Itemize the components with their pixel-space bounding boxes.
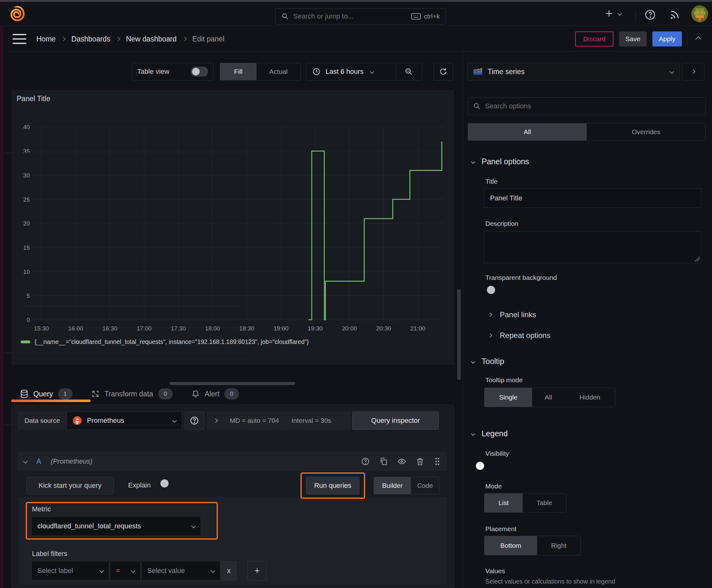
chevron-down-icon [618,11,622,16]
tab-query[interactable]: Query 1 [20,388,72,400]
run-queries-button[interactable]: Run queries [306,477,360,495]
tab-all[interactable]: All [468,123,587,141]
chevron-down-icon [471,159,475,164]
table-view-toggle[interactable] [191,67,208,77]
chevron-right-icon [488,313,492,317]
panel-description-input[interactable] [484,231,701,263]
table-view-label: Table view [137,67,170,76]
tab-transform-data[interactable]: Transform data 0 [91,388,173,400]
collapse-panel-chevron-up-icon[interactable] [693,35,704,43]
chevron-down-icon [172,418,177,423]
add-filter-button[interactable]: + [247,561,267,581]
avatar[interactable] [691,5,708,22]
refresh-icon [439,67,447,76]
search-input[interactable] [293,12,407,20]
query-options-strip[interactable]: MD = auto = 704 Interval = 30s [207,412,351,430]
builder-option[interactable]: Builder [374,477,411,494]
visualization-name: Time series [488,67,665,76]
tab-query-badge: 1 [58,388,72,400]
delete-query-trash-icon[interactable] [416,457,425,466]
hide-query-eye-icon[interactable] [397,457,406,466]
legend-header[interactable]: Legend [472,429,508,438]
time-range-label: Last 6 hours [326,67,364,76]
news-rss-icon[interactable] [669,9,681,21]
repeat-options-section[interactable]: Repeat options [489,331,550,340]
fill-actual-switch: Fill Actual [220,63,301,80]
legend-mode-table[interactable]: Table [523,493,566,512]
tooltip-header[interactable]: Tooltip [472,357,504,366]
subnav-divider [687,33,687,45]
visualization-picker[interactable]: Time series [467,63,679,80]
select-label-dropdown[interactable]: Select label [31,561,109,581]
query-row-header[interactable]: A (Prometheus) [18,452,447,471]
select-label-placeholder: Select label [37,567,95,575]
active-tab-underline [11,400,90,402]
zoom-out-button[interactable] [396,63,422,80]
global-search[interactable]: ctrl+k [275,8,446,24]
datasource-picker[interactable]: Prometheus [67,412,182,430]
drag-handle-icon[interactable] [434,457,441,466]
tab-transform-label: Transform data [105,390,153,398]
query-inspector-button[interactable]: Query inspector [352,412,439,430]
remove-filter-button[interactable]: x [221,561,237,581]
code-option[interactable]: Code [411,477,439,494]
grafana-logo-icon[interactable] [8,5,26,22]
new-menu[interactable] [604,9,621,18]
legend-mode-list[interactable]: List [484,493,523,512]
breadcrumb-item[interactable]: New dashboard [126,35,176,43]
select-value-dropdown[interactable]: Select value [141,561,220,581]
panel-links-section[interactable]: Panel links [489,310,536,319]
refresh-button[interactable] [434,63,453,80]
svg-text:30: 30 [23,172,30,179]
query-help-icon[interactable] [361,457,370,466]
breadcrumb-item[interactable]: Home [37,35,56,43]
breadcrumb-item[interactable]: Edit panel [192,35,224,43]
apply-button[interactable]: Apply [652,31,682,46]
tooltip-mode-all[interactable]: All [532,388,565,407]
breadcrumb-separator-icon [61,37,66,41]
duplicate-query-icon[interactable] [379,457,388,466]
legend-placement-bottom[interactable]: Bottom [484,536,537,555]
page-left-edge [0,26,3,588]
tab-overrides[interactable]: Overrides [587,123,706,141]
legend-series-marker[interactable] [21,340,30,343]
time-picker: Last 6 hours [306,63,422,80]
menu-toggle-icon[interactable] [13,34,26,44]
content-scrollbar[interactable] [457,289,461,380]
plus-icon [604,9,614,18]
options-search[interactable] [468,97,706,115]
tooltip-mode-single[interactable]: Single [484,388,532,407]
time-range-button[interactable]: Last 6 hours [306,63,395,80]
svg-text:40: 40 [23,124,30,130]
fill-option[interactable]: Fill [220,63,257,80]
legend-placement-right[interactable]: Right [537,536,580,555]
options-tab-group: All Overrides [468,123,706,141]
breadcrumb-separator-icon [182,37,187,41]
svg-text:5: 5 [26,292,30,299]
interval: Interval = 30s [291,417,331,424]
panel-resize-handle[interactable] [170,382,295,385]
options-search-input[interactable] [485,102,700,110]
tooltip-mode-hidden[interactable]: Hidden [565,388,615,407]
chevron-down-icon [471,431,475,436]
kick-start-query-button[interactable]: Kick start your query [26,477,114,495]
help-icon[interactable] [644,9,656,21]
tab-alert[interactable]: Alert 0 [192,388,239,400]
discard-button[interactable]: Discard [575,31,613,46]
operator-dropdown[interactable]: = [110,561,141,581]
legend-visibility-label: Visibility [486,450,509,457]
save-button[interactable]: Save [619,31,647,46]
metric-select[interactable]: cloudflared_tunnel_total_requests [31,517,201,536]
toggle-viz-picker-button[interactable] [682,63,705,80]
repeat-options-label: Repeat options [500,331,550,340]
legend-values-help: Select values or calculations to show in… [486,578,615,585]
top-nav-bar: ctrl+k [0,2,712,26]
datasource-help-button[interactable] [185,412,204,430]
time-series-chart[interactable]: 051015202530354015:3016:0016:3017:0017:3… [12,91,453,364]
legend-series-label[interactable]: {__name__="cloudflared_tunnel_total_requ… [35,338,309,345]
legend-values-label: Values [486,567,505,575]
actual-option[interactable]: Actual [257,63,300,80]
panel-options-header[interactable]: Panel options [472,157,529,166]
breadcrumb-item[interactable]: Dashboards [71,35,110,43]
panel-title-input[interactable] [484,188,701,208]
